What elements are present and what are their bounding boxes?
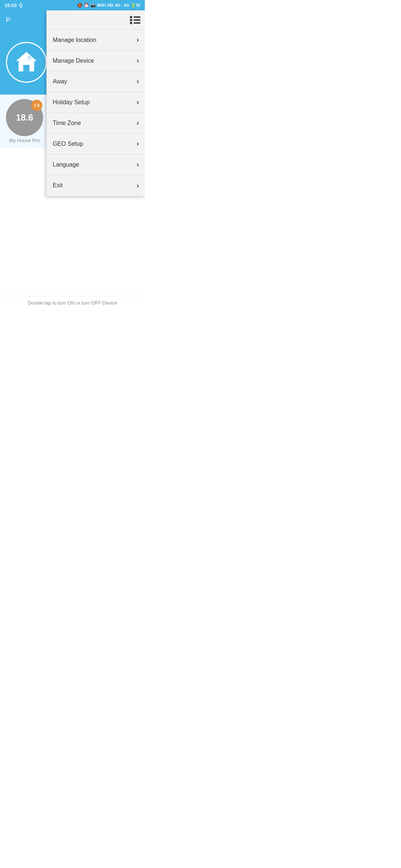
menu-item-holiday-setup[interactable]: Holiday Setup › bbox=[47, 92, 145, 113]
menu-label-exit: Exit bbox=[53, 182, 63, 189]
app-title: P bbox=[6, 16, 10, 24]
temperature-circle[interactable]: 18.6 7.0 bbox=[6, 99, 43, 136]
chevron-icon: › bbox=[137, 98, 139, 106]
menu-label-manage-device: Manage Device bbox=[53, 57, 94, 64]
list-menu-icon bbox=[130, 16, 140, 24]
chevron-icon: › bbox=[137, 182, 139, 190]
menu-item-geo-setup[interactable]: GEO Setup › bbox=[47, 134, 145, 154]
menu-item-time-zone[interactable]: Time Zone › bbox=[47, 113, 145, 134]
wifi-icon: WiFi bbox=[97, 3, 106, 7]
menu-label-time-zone: Time Zone bbox=[53, 120, 81, 126]
menu-item-away[interactable]: Away › bbox=[47, 71, 145, 92]
house-icon-circle bbox=[6, 42, 47, 83]
svg-rect-5 bbox=[130, 16, 132, 18]
svg-rect-2 bbox=[23, 65, 30, 72]
svg-rect-7 bbox=[130, 22, 132, 24]
quill-icon: Q bbox=[19, 3, 22, 8]
menu-label-manage-location: Manage location bbox=[53, 37, 96, 43]
svg-rect-9 bbox=[134, 19, 140, 21]
chevron-icon: › bbox=[137, 36, 139, 44]
battery-icon: 🔋31 bbox=[131, 3, 140, 8]
chevron-icon: › bbox=[137, 57, 139, 65]
status-bar: 15:03 Q 🔕 ⏰ 📷 WiFi HD 4G↑ 4G 🔋31 bbox=[0, 0, 145, 10]
location-card-1: 18.6 7.0 My House Pro bbox=[6, 99, 43, 143]
dropdown-menu: Manage location › Manage Device › Away ›… bbox=[46, 10, 145, 196]
svg-rect-4 bbox=[28, 56, 32, 60]
chevron-icon: › bbox=[137, 161, 139, 168]
alarm-icon: ⏰ bbox=[84, 3, 89, 8]
svg-rect-10 bbox=[134, 22, 140, 24]
chevron-icon: › bbox=[137, 78, 139, 85]
menu-label-language: Language bbox=[53, 161, 79, 168]
menu-item-language[interactable]: Language › bbox=[47, 154, 145, 175]
location-name-1: My House Pro bbox=[9, 138, 40, 143]
menu-label-geo-setup: GEO Setup bbox=[53, 141, 83, 147]
menu-label-away: Away bbox=[53, 78, 67, 85]
house-icon bbox=[13, 49, 39, 75]
dropdown-header bbox=[47, 10, 145, 30]
hd-icon: HD bbox=[107, 3, 113, 7]
signal-4g-icon: 4G↑ bbox=[115, 3, 122, 7]
signal-4g2-icon: 4G bbox=[124, 3, 129, 7]
temperature-value: 18.6 bbox=[16, 112, 33, 123]
menu-item-exit[interactable]: Exit › bbox=[47, 175, 145, 196]
badge-value: 7.0 bbox=[31, 100, 42, 111]
time-display: 15:03 bbox=[4, 3, 17, 8]
chevron-icon: › bbox=[137, 140, 139, 148]
bottom-hint-text: Double tap to turn ON or turn OFF Device bbox=[28, 300, 117, 306]
camera-icon: 📷 bbox=[91, 3, 96, 8]
menu-item-manage-device[interactable]: Manage Device › bbox=[47, 50, 145, 71]
silent-icon: 🔕 bbox=[77, 3, 82, 8]
svg-marker-0 bbox=[16, 52, 37, 61]
menu-item-manage-location[interactable]: Manage location › bbox=[47, 30, 145, 50]
chevron-icon: › bbox=[137, 119, 139, 127]
svg-rect-8 bbox=[134, 16, 140, 18]
status-left: 15:03 Q bbox=[4, 3, 23, 8]
menu-label-holiday-setup: Holiday Setup bbox=[53, 99, 90, 106]
status-right: 🔕 ⏰ 📷 WiFi HD 4G↑ 4G 🔋31 bbox=[77, 3, 140, 8]
bottom-hint: Double tap to turn ON or turn OFF Device bbox=[0, 296, 145, 306]
svg-rect-6 bbox=[130, 19, 132, 21]
